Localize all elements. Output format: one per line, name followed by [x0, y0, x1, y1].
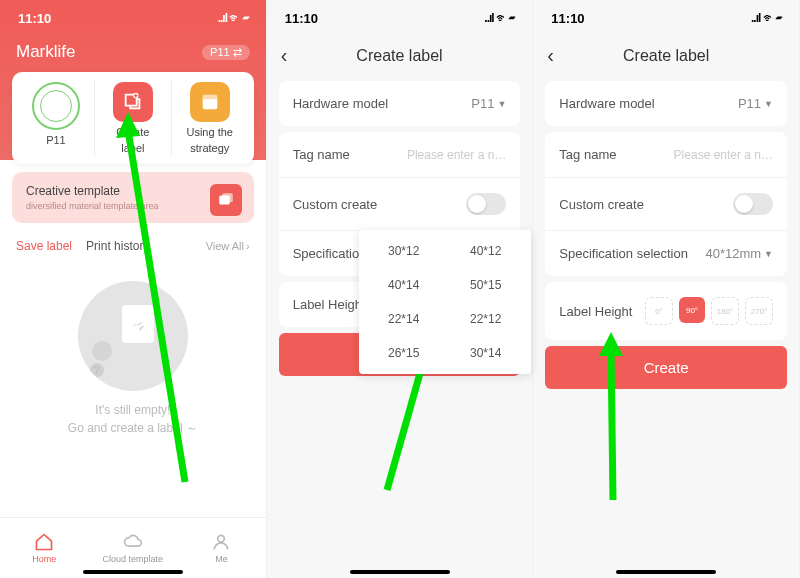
home-indicator [616, 570, 716, 574]
banner-desc: diversified material template area [26, 201, 240, 211]
hardware-label: Hardware model [293, 96, 388, 111]
printer-icon [32, 82, 80, 130]
spec-select-row[interactable]: Specification selection 40*12mm▼ [545, 230, 787, 276]
back-button[interactable]: ‹ [547, 44, 567, 67]
tagname-input[interactable]: Please enter a n… [674, 148, 773, 162]
page-title: Create label [567, 47, 765, 65]
spec-option[interactable]: 40*12 [445, 234, 527, 268]
strategy-line1: Using the [186, 126, 232, 138]
status-signals: ..ıl ᯤ ▰ [218, 11, 248, 25]
strategy-button[interactable]: Using the strategy [172, 80, 248, 156]
status-signals: ..ıl ᯤ ▰ [751, 11, 781, 25]
custom-label: Custom create [559, 197, 644, 212]
svg-rect-2 [202, 95, 217, 100]
tagname-label: Tag name [293, 147, 350, 162]
create-label-line2: label [121, 142, 144, 154]
doc-icon [122, 305, 154, 343]
nav-home[interactable]: Home [0, 518, 89, 578]
empty-state-illustration: ? [78, 281, 188, 391]
nav-me[interactable]: Me [177, 518, 266, 578]
strategy-line2: strategy [190, 142, 229, 154]
create-label-line1: Create [116, 126, 149, 138]
status-bar: 11:10 ..ıl ᯤ ▰ [533, 0, 799, 36]
printer-status[interactable]: P11 [18, 80, 95, 156]
tab-save-label[interactable]: Save label [16, 239, 72, 253]
spec-option[interactable]: 40*14 [363, 268, 445, 302]
strategy-icon [190, 82, 230, 122]
custom-label: Custom create [293, 197, 378, 212]
back-button[interactable]: ‹ [281, 44, 301, 67]
caret-down-icon: ▼ [764, 249, 773, 259]
create-label-icon [113, 82, 153, 122]
caret-down-icon: ▼ [764, 99, 773, 109]
status-bar: 11:10 ..ıl ᯤ ▰ [0, 0, 266, 36]
home-indicator [83, 570, 183, 574]
empty-line2: Go and create a label ～ [0, 419, 266, 437]
bottom-nav: Home Cloud template Me [0, 517, 266, 578]
spec-option[interactable]: 50*15 [445, 268, 527, 302]
tag-name-row[interactable]: Tag name Please enter a n… [279, 132, 521, 177]
rotation-0[interactable]: 0° [645, 297, 673, 325]
action-card: P11 Create label Using the strategy [12, 72, 254, 164]
page-title: Create label [301, 47, 499, 65]
home-indicator [350, 570, 450, 574]
view-all-link[interactable]: View All › [206, 240, 250, 252]
custom-create-row: Custom create [545, 177, 787, 230]
spec-option[interactable]: 30*14 [445, 336, 527, 370]
hardware-model-row[interactable]: Hardware model P11▼ [279, 81, 521, 126]
create-label-screen-dropdown: 11:10 ..ıl ᯤ ▰ ‹ Create label Hardware m… [267, 0, 534, 578]
rotation-options: 0° 90° 180° 270° [645, 297, 773, 325]
chevron-right-icon: › [246, 240, 250, 252]
spec-option[interactable]: 22*14 [363, 302, 445, 336]
nav-cloud-label: Cloud template [103, 554, 164, 564]
page-header: ‹ Create label [267, 36, 533, 75]
app-title: Marklife [16, 42, 76, 62]
label-height-row: Label Height 0° 90° 180° 270° [545, 282, 787, 340]
spec-option[interactable]: 26*15 [363, 336, 445, 370]
swap-icon: ⇄ [233, 46, 242, 59]
rotation-180[interactable]: 180° [711, 297, 739, 325]
printer-label: P11 [46, 134, 66, 146]
banner-icon [210, 184, 242, 216]
spec-label: Specification selection [559, 246, 688, 261]
caret-down-icon: ▼ [497, 99, 506, 109]
hardware-model-row[interactable]: Hardware model P11▼ [545, 81, 787, 126]
view-all-text: View All [206, 240, 244, 252]
rotation-90[interactable]: 90° [679, 297, 705, 323]
home-screen: 11:10 ..ıl ᯤ ▰ Marklife P11 ⇄ P11 Create… [0, 0, 267, 578]
hardware-value: P11 [738, 96, 761, 111]
spec-option[interactable]: 30*12 [363, 234, 445, 268]
height-label: Label Height [293, 297, 366, 312]
create-label-button[interactable]: Create label [95, 80, 172, 156]
rotation-270[interactable]: 270° [745, 297, 773, 325]
svg-rect-4 [222, 193, 233, 202]
status-time: 11:10 [551, 11, 584, 26]
spec-value: 40*12mm [705, 246, 761, 261]
tagname-label: Tag name [559, 147, 616, 162]
create-label-screen: 11:10 ..ıl ᯤ ▰ ‹ Create label Hardware m… [533, 0, 800, 578]
tagname-input[interactable]: Please enter a n… [407, 148, 506, 162]
device-pill[interactable]: P11 ⇄ [202, 45, 250, 60]
hardware-value: P11 [471, 96, 494, 111]
height-label: Label Height [559, 304, 632, 319]
tab-print-history[interactable]: Print history [86, 239, 149, 253]
banner-title: Creative template [26, 184, 240, 198]
status-signals: ..ıl ᯤ ▰ [484, 11, 514, 25]
empty-state-text: It's still empty! Go and create a label … [0, 401, 266, 437]
hardware-label: Hardware model [559, 96, 654, 111]
custom-create-row: Custom create [279, 177, 521, 230]
create-button[interactable]: Create [545, 346, 787, 389]
creative-template-banner[interactable]: Creative template diversified material t… [12, 172, 254, 223]
tag-name-row[interactable]: Tag name Please enter a n… [545, 132, 787, 177]
svg-point-5 [218, 535, 225, 542]
custom-toggle[interactable] [466, 193, 506, 215]
empty-line1: It's still empty! [0, 401, 266, 419]
status-time: 11:10 [18, 11, 51, 26]
status-bar: 11:10 ..ıl ᯤ ▰ [267, 0, 533, 36]
status-time: 11:10 [285, 11, 318, 26]
spec-option[interactable]: 22*12 [445, 302, 527, 336]
nav-me-label: Me [215, 554, 228, 564]
nav-cloud[interactable]: Cloud template [89, 518, 178, 578]
nav-home-label: Home [32, 554, 56, 564]
custom-toggle[interactable] [733, 193, 773, 215]
